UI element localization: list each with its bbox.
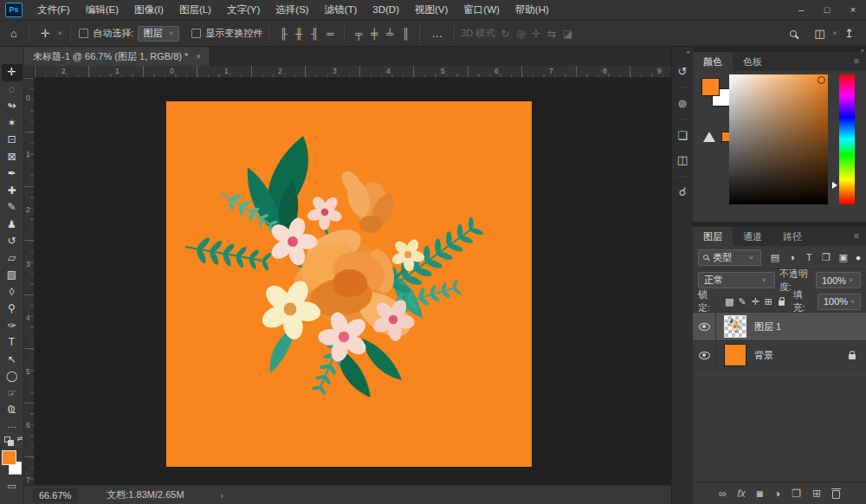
hue-slider-arrow-icon[interactable] bbox=[832, 182, 837, 189]
adjustments-icon[interactable]: ⊚ bbox=[672, 92, 693, 116]
menu-layer[interactable]: 图层(L) bbox=[171, 0, 219, 20]
lasso-tool[interactable]: ↬ bbox=[2, 98, 23, 115]
opacity-dropdown[interactable]: 100% ˅ bbox=[816, 272, 861, 288]
share-icon[interactable]: ↥ bbox=[839, 27, 859, 40]
tab-swatches[interactable]: 色板 bbox=[733, 52, 772, 71]
history-icon[interactable]: ↺ bbox=[672, 60, 693, 84]
filter-pixel-layers-icon[interactable]: ▤ bbox=[768, 252, 783, 263]
lock-transparency-icon[interactable]: ▩ bbox=[723, 296, 736, 307]
magic-wand-tool[interactable]: ✶ bbox=[2, 115, 23, 132]
saturation-brightness-field[interactable] bbox=[729, 74, 828, 204]
menu-help[interactable]: 帮助(H) bbox=[507, 0, 557, 20]
maximize-button[interactable]: □ bbox=[814, 0, 840, 20]
lock-artboard-icon[interactable]: ⊞ bbox=[762, 296, 775, 307]
align-right-icon[interactable]: ╢ bbox=[307, 28, 322, 40]
align-bottom-icon[interactable]: ╧ bbox=[382, 28, 397, 40]
properties-icon[interactable]: ◫ bbox=[672, 148, 693, 172]
align-center-v-icon[interactable]: ╪ bbox=[366, 28, 382, 40]
home-icon[interactable]: ⌂ bbox=[5, 27, 23, 40]
workspace-chevron-icon[interactable]: ˅ bbox=[830, 29, 839, 37]
swap-colors-icon[interactable]: ⇄ bbox=[17, 435, 23, 443]
marquee-tool[interactable]: ◌ bbox=[2, 81, 23, 99]
distribute-icon[interactable]: ║ bbox=[397, 28, 413, 40]
filter-smart-objects-icon[interactable]: ▣ bbox=[836, 252, 850, 263]
new-group-icon[interactable]: ❐ bbox=[792, 488, 801, 500]
minimize-button[interactable]: – bbox=[788, 0, 814, 20]
layer-row-1[interactable]: 图层 1 bbox=[693, 313, 866, 341]
collapse-dock-icon[interactable]: « bbox=[672, 47, 693, 60]
more-options-icon[interactable]: … bbox=[426, 27, 448, 40]
workspace-icon[interactable]: ◫ bbox=[809, 27, 830, 40]
menu-file[interactable]: 文件(F) bbox=[29, 0, 78, 20]
menu-edit[interactable]: 编辑(E) bbox=[78, 0, 126, 20]
hand-tool[interactable]: ☞ bbox=[2, 385, 23, 403]
blur-tool[interactable]: ◊ bbox=[2, 284, 23, 301]
search-icon[interactable] bbox=[790, 30, 797, 37]
lock-pixels-icon[interactable]: ✎ bbox=[736, 296, 749, 307]
pen-tool[interactable]: ✑ bbox=[2, 318, 23, 335]
zoom-level-field[interactable]: 66.67% bbox=[33, 488, 77, 502]
lock-position-icon[interactable]: ✛ bbox=[749, 296, 762, 307]
filter-type-layers-icon[interactable]: T bbox=[802, 252, 817, 262]
zoom-tool[interactable]: Ҩ bbox=[2, 402, 23, 419]
menu-type[interactable]: 文字(Y) bbox=[219, 0, 268, 20]
new-layer-icon[interactable]: ⊞ bbox=[812, 488, 821, 500]
filter-adjustment-layers-icon[interactable]: ◑ bbox=[785, 252, 799, 262]
new-adjustment-layer-icon[interactable]: ◑ bbox=[774, 488, 780, 500]
menu-view[interactable]: 视图(V) bbox=[407, 0, 456, 20]
fill-dropdown[interactable]: 100% ˅ bbox=[818, 294, 861, 310]
delete-layer-icon[interactable] bbox=[832, 490, 840, 499]
tab-channels[interactable]: 通道 bbox=[733, 227, 772, 246]
healing-brush-tool[interactable]: ✚ bbox=[2, 183, 23, 200]
layer-row-background[interactable]: 背景 bbox=[693, 341, 866, 370]
menu-image[interactable]: 图像(I) bbox=[126, 0, 171, 20]
eyedropper-tool[interactable]: ✒ bbox=[2, 165, 23, 183]
filter-shape-layers-icon[interactable]: ❒ bbox=[819, 252, 834, 263]
clone-stamp-tool[interactable]: ♟ bbox=[2, 216, 23, 234]
crop-tool[interactable]: ⊡ bbox=[2, 132, 23, 149]
warning-triangle-icon[interactable] bbox=[703, 132, 715, 142]
layer-filter-dropdown[interactable]: 类型 ˅ bbox=[698, 249, 761, 266]
gradient-tool[interactable]: ▧ bbox=[2, 267, 23, 284]
auto-select-dropdown[interactable]: 图层 ˅ bbox=[138, 26, 180, 42]
menu-window[interactable]: 窗口(W) bbox=[456, 0, 507, 20]
frame-tool[interactable]: ⊠ bbox=[2, 149, 23, 166]
menu-select[interactable]: 选择(S) bbox=[268, 0, 316, 20]
link-layers-icon[interactable]: ∞ bbox=[719, 488, 727, 500]
layer-effects-icon[interactable]: fx bbox=[737, 488, 745, 500]
add-mask-icon[interactable]: ◙ bbox=[757, 488, 763, 500]
brush-tool[interactable]: ✎ bbox=[2, 199, 23, 216]
layer-thumbnail[interactable] bbox=[724, 344, 746, 366]
menu-filter[interactable]: 滤镜(T) bbox=[317, 0, 365, 20]
blend-mode-dropdown[interactable]: 正常 ˅ bbox=[698, 272, 775, 288]
default-colors-icon[interactable]: ⇄ bbox=[4, 435, 20, 447]
align-justify-icon[interactable]: ═ bbox=[322, 28, 338, 40]
menu-3d[interactable]: 3D(D) bbox=[365, 0, 407, 20]
eraser-tool[interactable]: ▱ bbox=[2, 250, 23, 268]
screen-mode-icon[interactable]: ▭ bbox=[7, 481, 16, 492]
tool-preset-chevron-icon[interactable]: ˅ bbox=[55, 29, 65, 37]
foreground-color-swatch[interactable] bbox=[2, 450, 16, 465]
show-transform-checkbox[interactable] bbox=[191, 29, 201, 38]
panel-menu-icon[interactable]: ≡ bbox=[847, 52, 866, 71]
edit-toolbar-icon[interactable]: … bbox=[7, 419, 16, 432]
status-chevron-icon[interactable]: › bbox=[221, 490, 224, 501]
tab-close-icon[interactable]: × bbox=[196, 52, 201, 61]
path-selection-tool[interactable]: ↖ bbox=[2, 352, 23, 369]
color-picker-indicator-icon[interactable] bbox=[818, 76, 825, 84]
document-tab[interactable]: 未标题-1 @ 66.7% (图层 1, RGB/8) * × bbox=[24, 47, 210, 66]
layer-thumbnail[interactable] bbox=[724, 315, 746, 338]
align-top-icon[interactable]: ╤ bbox=[351, 28, 366, 40]
hue-slider[interactable] bbox=[839, 74, 855, 204]
canvas[interactable] bbox=[166, 101, 532, 467]
foreground-color-swatch[interactable] bbox=[701, 78, 720, 96]
active-tool-icon[interactable]: ✛ bbox=[36, 27, 55, 40]
type-tool[interactable]: T bbox=[2, 334, 23, 352]
align-center-h-icon[interactable]: ╫ bbox=[291, 28, 307, 40]
panel-menu-icon[interactable]: ≡ bbox=[847, 227, 866, 246]
tab-layers[interactable]: 图层 bbox=[693, 227, 733, 246]
auto-select-checkbox[interactable] bbox=[79, 29, 88, 38]
filter-toggle-icon[interactable]: ● bbox=[856, 253, 861, 262]
visibility-cell[interactable] bbox=[693, 341, 716, 369]
lock-all-icon[interactable] bbox=[779, 300, 785, 306]
